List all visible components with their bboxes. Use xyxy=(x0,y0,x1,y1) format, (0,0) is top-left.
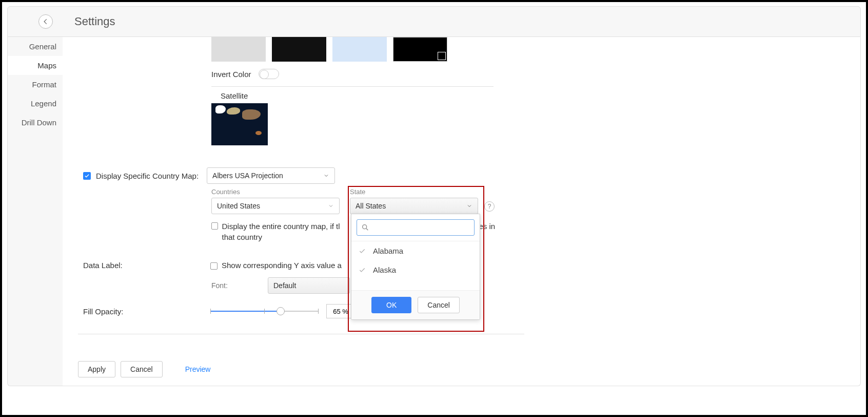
sidebar-item-format[interactable]: Format xyxy=(8,75,63,94)
sidebar: General Maps Format Legend Drill Down xyxy=(7,37,63,386)
display-entire-country-checkbox[interactable] xyxy=(211,222,218,230)
check-icon xyxy=(359,248,366,255)
fill-opacity-title: Fill Opacity: xyxy=(83,307,210,316)
satellite-thumbnail[interactable] xyxy=(211,103,268,145)
state-block: State All States xyxy=(350,188,478,214)
satellite-label: Satellite xyxy=(221,91,268,100)
sidebar-item-general[interactable]: General xyxy=(8,37,63,56)
apply-button[interactable]: Apply xyxy=(78,361,115,377)
theme-light-gray[interactable] xyxy=(211,37,266,62)
sidebar-item-drilldown[interactable]: Drill Down xyxy=(8,113,63,132)
state-search-input[interactable] xyxy=(357,219,475,236)
chevron-left-icon xyxy=(42,18,49,25)
theme-black[interactable] xyxy=(393,37,447,62)
main-panel: Invert Color Satellite Display Specific … xyxy=(63,37,861,386)
data-label-title: Data Label: xyxy=(83,261,210,270)
sidebar-item-legend[interactable]: Legend xyxy=(8,94,63,113)
check-icon xyxy=(84,173,90,179)
satellite-block: Satellite xyxy=(211,91,268,145)
invert-color-label: Invert Color xyxy=(211,70,251,79)
state-option-list[interactable]: Alabama Alaska xyxy=(351,241,480,290)
preview-link[interactable]: Preview xyxy=(176,361,220,377)
countries-block: Countries United States xyxy=(211,188,340,214)
data-label-row: Data Label: Show corresponding Y axis va… xyxy=(83,261,342,270)
state-dropdown: Alabama Alaska OK Cancel xyxy=(351,214,480,320)
font-label: Font: xyxy=(211,281,259,290)
chevron-down-icon xyxy=(323,173,329,179)
footer: Apply Cancel Preview xyxy=(78,361,220,377)
display-specific-country-label: Display Specific Country Map: xyxy=(96,172,199,180)
theme-blue[interactable] xyxy=(332,37,387,62)
page-title: Settings xyxy=(74,15,115,28)
chevron-down-icon xyxy=(466,203,472,209)
display-specific-country-row: Display Specific Country Map: Albers USA… xyxy=(83,167,335,184)
show-y-axis-checkbox[interactable] xyxy=(210,262,218,270)
countries-select[interactable]: United States xyxy=(211,198,340,214)
dropdown-footer: OK Cancel xyxy=(351,290,480,319)
dropdown-cancel-button[interactable]: Cancel xyxy=(418,297,460,313)
state-label: State xyxy=(350,188,478,196)
fill-opacity-row: Fill Opacity: xyxy=(83,304,355,318)
display-specific-country-checkbox[interactable] xyxy=(83,172,91,180)
theme-dark[interactable] xyxy=(272,37,326,62)
header: Settings xyxy=(7,6,861,37)
dropdown-ok-button[interactable]: OK xyxy=(371,297,411,313)
check-icon xyxy=(359,267,366,274)
countries-value: United States xyxy=(217,202,260,210)
state-option-label: Alabama xyxy=(373,247,403,255)
state-option-alaska[interactable]: Alaska xyxy=(351,260,480,279)
fill-opacity-slider[interactable] xyxy=(210,306,318,316)
state-value: All States xyxy=(356,202,386,210)
show-y-axis-label: Show corresponding Y axis value a xyxy=(222,261,342,270)
theme-thumbnails xyxy=(211,37,447,62)
state-option-alabama[interactable]: Alabama xyxy=(351,241,480,260)
state-option-label: Alaska xyxy=(373,266,396,274)
svg-point-0 xyxy=(363,225,367,229)
invert-color-toggle[interactable] xyxy=(259,69,279,79)
font-value: Default xyxy=(273,281,296,290)
divider xyxy=(78,334,524,334)
back-button[interactable] xyxy=(38,14,53,29)
font-row: Font: Default xyxy=(211,277,350,294)
help-icon[interactable]: ? xyxy=(484,201,495,212)
chevron-down-icon xyxy=(328,203,334,209)
countries-label: Countries xyxy=(211,188,340,196)
sidebar-item-maps[interactable]: Maps xyxy=(8,56,63,75)
projection-select[interactable]: Albers USA Projection xyxy=(207,167,335,184)
cancel-button[interactable]: Cancel xyxy=(121,361,163,377)
search-icon xyxy=(361,223,369,232)
invert-color-row: Invert Color xyxy=(211,69,494,87)
projection-value: Albers USA Projection xyxy=(212,172,283,180)
font-select[interactable]: Default xyxy=(268,277,350,294)
state-select[interactable]: All States xyxy=(350,198,478,214)
